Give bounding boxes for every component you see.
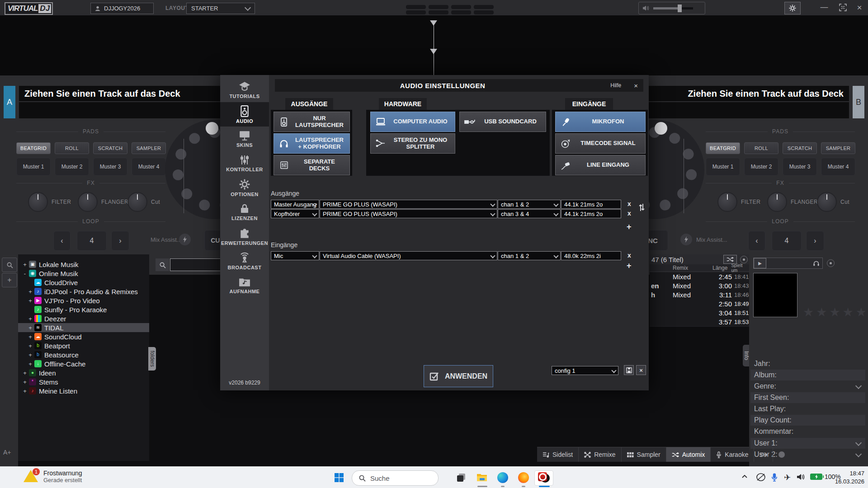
tab-sampler[interactable]: Sampler bbox=[621, 447, 666, 462]
cut-knob[interactable] bbox=[127, 192, 147, 212]
loop-half-button[interactable]: ‹ bbox=[748, 231, 765, 251]
track-row[interactable]: Mixed2:4518:41 bbox=[650, 272, 749, 282]
delete-config-button[interactable]: × bbox=[636, 365, 646, 375]
deck-a-tab[interactable]: A bbox=[4, 86, 15, 118]
input-channel-select[interactable]: chan 1 & 2 bbox=[498, 251, 561, 260]
fx-knob-flanger[interactable]: FLANGER bbox=[78, 192, 128, 212]
add-input-button[interactable]: + bbox=[627, 261, 632, 271]
tree-item-tidal[interactable]: +≋TIDAL bbox=[18, 323, 149, 332]
hardware-computer-audio-button[interactable]: COMPUTER AUDIO bbox=[370, 112, 455, 132]
pad-mode-scratch[interactable]: SCRATCH bbox=[783, 142, 817, 154]
help-link[interactable]: Hilfe bbox=[610, 82, 621, 89]
flanger-knob[interactable] bbox=[767, 192, 787, 212]
field-jahr[interactable]: Jahr: bbox=[750, 358, 865, 369]
pad-muster-4[interactable]: Muster 4 bbox=[821, 158, 855, 176]
record-button[interactable] bbox=[773, 447, 790, 462]
fx-knob-cut[interactable]: Cut bbox=[127, 192, 160, 212]
sidebar-item-aufnahme[interactable]: AUFNAHME bbox=[220, 273, 269, 297]
loop-value[interactable]: 4 bbox=[77, 231, 107, 251]
pad-mode-beatgrid[interactable]: BEATGRID bbox=[16, 142, 51, 154]
fx-knob-flanger[interactable]: FLANGER bbox=[767, 192, 818, 212]
field-genre[interactable]: Genre: bbox=[750, 381, 865, 392]
pad-muster-1[interactable]: Muster 1 bbox=[706, 158, 740, 176]
search-button[interactable] bbox=[2, 258, 17, 272]
tree-item-deezer[interactable]: +Deezer bbox=[18, 314, 149, 323]
sidebar-item-optionen[interactable]: OPTIONEN bbox=[220, 175, 269, 200]
sidebar-item-tutorials[interactable]: TUTORIALS bbox=[220, 78, 269, 102]
fx-knob-filter[interactable]: FILTER bbox=[28, 192, 71, 212]
output-speaker-only-button[interactable]: NUR LAUTSPRECHER bbox=[274, 112, 350, 132]
prelisten-play-button[interactable]: ▶ bbox=[754, 258, 766, 268]
flanger-knob[interactable] bbox=[78, 192, 98, 212]
volume-indicator[interactable] bbox=[797, 473, 806, 481]
camera-off-indicator[interactable] bbox=[756, 473, 766, 481]
output-speaker-headphone-button[interactable]: LAUTSPRECHER + KOPFHÖRER bbox=[274, 133, 350, 154]
info-tab[interactable]: Info bbox=[743, 345, 750, 366]
tree-item-vjpro[interactable]: +▶VJ'Pro - Pro Video bbox=[18, 296, 149, 305]
output-channel-select[interactable]: chan 3 & 4 bbox=[498, 209, 561, 218]
tray-expand-button[interactable] bbox=[741, 474, 748, 479]
mix-assist-button[interactable] bbox=[179, 234, 191, 245]
input-device-select[interactable]: Virtual Audio Cable (WASAPI) bbox=[320, 251, 497, 260]
loop-value[interactable]: 4 bbox=[772, 231, 802, 251]
sidebar-item-audio[interactable]: AUDIO bbox=[220, 102, 269, 127]
field-kommentar[interactable]: Kommentar: bbox=[750, 426, 865, 437]
field-album[interactable]: Album: bbox=[750, 370, 865, 380]
track-row[interactable]: 3:5718:53 bbox=[650, 317, 749, 327]
field-last-play[interactable]: Last Play: bbox=[750, 404, 865, 414]
pad-muster-4[interactable]: Muster 4 bbox=[132, 158, 166, 176]
prelisten-toggle[interactable] bbox=[827, 259, 835, 267]
shuffle-button[interactable] bbox=[723, 255, 737, 264]
output-separate-decks-button[interactable]: SEPARATE DECKS bbox=[274, 155, 350, 175]
rating-stars[interactable]: ★★★★★ bbox=[803, 305, 868, 319]
minimize-button[interactable]: — bbox=[817, 3, 831, 12]
hardware-usb-soundcard-button[interactable]: USB SOUNDCARD bbox=[459, 112, 546, 132]
firefox-button[interactable] bbox=[514, 470, 533, 485]
prelisten-player[interactable]: ▶ bbox=[753, 258, 823, 269]
tree-item-beatsource[interactable]: +bBeatsource bbox=[18, 350, 149, 359]
track-row[interactable]: 3:0418:51 bbox=[650, 308, 749, 318]
remove-row-button[interactable]: x bbox=[627, 210, 631, 217]
output-device-select[interactable]: PRIME GO PLUS (WASAPI) bbox=[320, 209, 497, 218]
output-role-select[interactable]: Master Ausgang bbox=[271, 200, 319, 209]
output-channel-select[interactable]: chan 1 & 2 bbox=[498, 200, 561, 209]
font-size-button[interactable]: A+ bbox=[3, 449, 11, 456]
column-laenge[interactable]: Länge bbox=[712, 265, 727, 271]
volume-slider[interactable] bbox=[653, 7, 693, 9]
taskbar-search[interactable]: Suche bbox=[352, 470, 439, 486]
input-role-select[interactable]: Mic bbox=[271, 251, 319, 260]
fx-knob-filter[interactable]: FILTER bbox=[717, 192, 760, 212]
tree-item-soundcloud[interactable]: +☁SoundCloud bbox=[18, 332, 149, 341]
reorder-rows-button[interactable] bbox=[639, 203, 645, 212]
tab-remixe[interactable]: Remixe bbox=[578, 447, 621, 462]
folders-tab[interactable]: folders bbox=[148, 347, 156, 371]
pad-muster-1[interactable]: Muster 1 bbox=[16, 158, 51, 176]
tree-item-offline-cache[interactable]: +↓Offline-Cache bbox=[18, 359, 149, 368]
pad-mode-sampler[interactable]: SAMPLER bbox=[821, 142, 855, 154]
output-role-select[interactable]: Kopfhörer bbox=[271, 209, 319, 218]
tab-eingaenge[interactable]: EINGÄNGE bbox=[565, 98, 613, 110]
remove-row-button[interactable]: x bbox=[627, 200, 631, 207]
filter-knob[interactable] bbox=[28, 192, 48, 212]
fullscreen-button[interactable] bbox=[839, 4, 847, 11]
file-explorer-button[interactable] bbox=[473, 470, 491, 485]
layout-select[interactable]: STARTER bbox=[186, 3, 255, 14]
pad-mode-scratch[interactable]: SCRATCH bbox=[93, 142, 127, 154]
clock[interactable]: 18:47 16.03.2026 bbox=[835, 469, 864, 486]
remove-row-button[interactable]: x bbox=[627, 252, 631, 259]
volume-slider-thumb[interactable] bbox=[678, 5, 682, 12]
close-button[interactable]: × bbox=[853, 3, 866, 13]
sidebar-item-kontroller[interactable]: KONTROLLER bbox=[220, 151, 269, 175]
tab-hardware[interactable]: HARDWARE bbox=[379, 98, 427, 110]
sidebar-item-lizenzen[interactable]: LIZENZEN bbox=[220, 200, 269, 224]
sidebar-item-skins[interactable]: SKINS bbox=[220, 127, 269, 151]
save-config-button[interactable] bbox=[624, 365, 634, 375]
add-output-button[interactable]: + bbox=[627, 222, 632, 232]
add-button[interactable]: + bbox=[2, 273, 17, 287]
tree-item-meine-listen[interactable]: +♪Meine Listen bbox=[18, 386, 149, 395]
loop-double-button[interactable]: › bbox=[111, 231, 129, 251]
pad-muster-2[interactable]: Muster 2 bbox=[55, 158, 89, 176]
field-first-seen[interactable]: First Seen: bbox=[750, 392, 865, 403]
pad-muster-3[interactable]: Muster 3 bbox=[783, 158, 817, 176]
mix-assist-button[interactable] bbox=[680, 234, 692, 245]
